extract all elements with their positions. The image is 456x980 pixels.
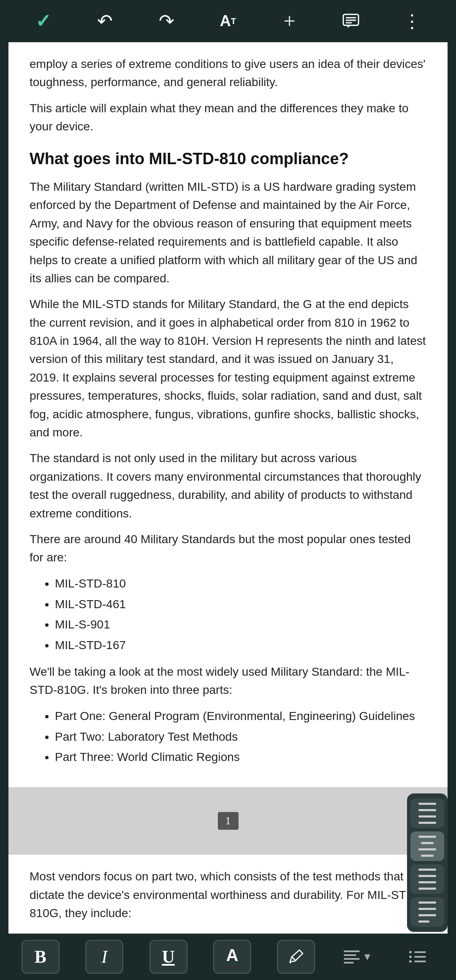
list-button[interactable]: [401, 940, 434, 974]
floating-format-panel: [407, 793, 448, 932]
font-size-icon[interactable]: AT: [215, 8, 241, 34]
document-page-1: employ a series of extreme conditions to…: [8, 42, 448, 787]
para-3: The standard is not only used in the mil…: [30, 449, 426, 522]
top-toolbar: ✓ ↶ ↷ AT + ⋮: [0, 0, 456, 42]
list-item: Part Two: Laboratory Test Methods: [55, 728, 426, 747]
intro-text-1: employ a series of extreme conditions to…: [30, 55, 426, 92]
font-color-button[interactable]: A: [213, 940, 251, 974]
list-item: MIL-STD-461: [55, 595, 426, 614]
para-1: The Military Standard (written MIL-STD) …: [30, 178, 426, 287]
align-justify-button[interactable]: [410, 897, 444, 927]
parts-intro: We'll be taking a look at the most widel…: [30, 663, 426, 699]
comment-icon[interactable]: [338, 8, 364, 34]
list-item: MIL-STD-167: [55, 636, 426, 655]
bold-button[interactable]: B: [22, 940, 60, 974]
para-2: While the MIL-STD stands for Military St…: [30, 295, 426, 441]
add-icon[interactable]: +: [277, 8, 302, 34]
highlight-button[interactable]: [277, 940, 315, 974]
align-right-button[interactable]: [410, 864, 444, 894]
parts-list: Part One: General Program (Environmental…: [30, 707, 426, 767]
popular-list: MIL-STD-810 MIL-STD-461 MIL-S-901 MIL-ST…: [30, 574, 426, 655]
italic-button[interactable]: I: [85, 940, 123, 974]
intro-text-2: This article will explain what they mean…: [30, 99, 426, 136]
list-item: MIL-STD-810: [55, 574, 426, 593]
align-center-button[interactable]: [410, 831, 444, 861]
heading-mil-std: What goes into MIL-STD-810 compliance?: [30, 149, 426, 169]
list-item: MIL-S-901: [55, 615, 426, 634]
list-item: Part Three: World Climatic Regions: [55, 748, 426, 767]
page2-intro: Most vendors focus on part two, which co…: [30, 867, 426, 922]
align-dropdown-button[interactable]: ▼: [341, 940, 375, 974]
popular-intro: There are around 40 Military Standards b…: [30, 530, 426, 567]
underline-button[interactable]: U: [149, 940, 187, 974]
list-item: Part One: General Program (Environmental…: [55, 707, 426, 726]
bottom-toolbar: B I U A ▼: [0, 934, 456, 980]
redo-icon[interactable]: ↷: [154, 8, 179, 34]
align-chevron-down-icon: ▼: [362, 951, 372, 963]
align-left-button[interactable]: [410, 799, 444, 828]
undo-icon[interactable]: ↶: [92, 8, 118, 34]
more-options-icon[interactable]: ⋮: [400, 8, 425, 34]
page-number: 1: [218, 812, 239, 830]
checkmark-icon[interactable]: ✓: [31, 8, 56, 34]
page-break: 1: [8, 787, 448, 855]
